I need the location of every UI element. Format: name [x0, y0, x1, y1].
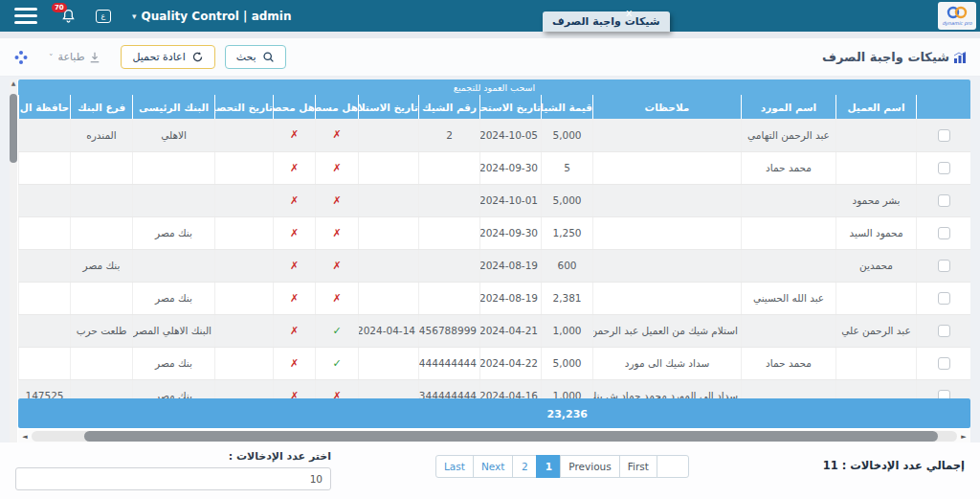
- page-button-Last[interactable]: Last: [435, 455, 474, 478]
- table-row: عبد الرحمن التهامي5,0002024-10-052✗✗الاه…: [19, 119, 971, 151]
- cell: [19, 249, 71, 282]
- group-by-drop-zone[interactable]: اسحب العمود للتجميع: [18, 79, 970, 95]
- cell: [133, 184, 215, 216]
- column-header[interactable]: قيمة الشيك: [542, 95, 593, 119]
- page-button-blank[interactable]: [657, 455, 689, 478]
- cell: [836, 282, 917, 314]
- cell: محمود السيد: [836, 216, 917, 249]
- page-button-First[interactable]: First: [619, 455, 657, 478]
- page-button-2[interactable]: 2: [512, 455, 537, 478]
- language-icon[interactable]: ع: [96, 10, 111, 23]
- cell: 5,000: [542, 184, 593, 216]
- search-label: بحث: [236, 51, 256, 63]
- data-grid: ▲ ▼ اسحب العمود للتجميع اسم العميلاسم ال…: [10, 79, 970, 442]
- cell: ✗: [316, 216, 359, 249]
- divider: [0, 32, 980, 38]
- row-checkbox[interactable]: [938, 162, 950, 174]
- tab-close-icon[interactable]: x: [626, 8, 633, 18]
- row-checkbox[interactable]: [938, 390, 950, 398]
- row-checkbox[interactable]: [938, 129, 950, 142]
- column-header[interactable]: فرع البنك: [71, 95, 133, 119]
- column-header[interactable]: اسم المورد: [742, 95, 836, 119]
- table-row: محمدين6002024-08-19✗✗بنك مصر: [19, 249, 971, 282]
- horizontal-scrollbar[interactable]: ◄ ►: [18, 430, 970, 442]
- scroll-right-arrow[interactable]: ►: [957, 433, 970, 441]
- cell: ✗: [274, 314, 316, 347]
- row-checkbox[interactable]: [938, 260, 950, 272]
- x-icon: ✗: [290, 292, 299, 305]
- cell: محمد حماد: [742, 151, 836, 184]
- cell: [419, 249, 480, 282]
- x-icon: ✗: [332, 194, 341, 207]
- page-button-Previous[interactable]: Previous: [560, 455, 619, 478]
- cell: [742, 184, 836, 216]
- vertical-scrollbar-thumb[interactable]: [10, 94, 17, 163]
- cell: [359, 119, 419, 151]
- column-header[interactable]: هل محصل: [274, 95, 316, 119]
- scroll-left-arrow[interactable]: ◄: [18, 433, 32, 441]
- checkbox-cell: [917, 151, 971, 184]
- row-checkbox[interactable]: [938, 292, 950, 305]
- print-label: طباعة: [58, 51, 85, 63]
- row-checkbox[interactable]: [938, 194, 950, 207]
- page-button-1[interactable]: 1: [536, 455, 561, 478]
- search-button[interactable]: بحث: [225, 45, 286, 69]
- table-row: محمد حماد52024-09-30✗✗: [19, 151, 971, 184]
- row-checkbox[interactable]: [938, 357, 950, 370]
- print-button[interactable]: طباعة ˅: [38, 46, 111, 68]
- total-check-value: 23,236: [547, 407, 588, 420]
- column-header[interactable]: رقم الشيك: [419, 95, 480, 119]
- page-button-Next[interactable]: Next: [473, 455, 513, 478]
- cell: [19, 119, 71, 151]
- cell: 1,000: [542, 379, 593, 398]
- checkbox-cell: [917, 282, 971, 314]
- column-header[interactable]: هل مسطر: [316, 95, 359, 119]
- column-header[interactable]: تاريخ التحصيل: [215, 95, 274, 119]
- cell: 12444444444: [419, 347, 480, 379]
- tab-checks-due[interactable]: شيكات واجبة الصرف: [543, 11, 670, 32]
- column-header[interactable]: ملاحظات: [593, 95, 742, 119]
- page-toolbar: طباعة ˅ اعادة تحميل بحث شيكات واجبة الصر…: [0, 38, 980, 77]
- column-header[interactable]: اسم العميل: [836, 95, 917, 119]
- table-row: عبد الله الحسيني2,3812024-08-19✗✗بنك مصر: [19, 282, 971, 314]
- column-header[interactable]: تاريخ الاستلام: [359, 95, 419, 119]
- cell: ✗: [274, 151, 316, 184]
- brand-logo: dynamic pro: [938, 2, 976, 30]
- notifications-button[interactable]: 70: [60, 8, 77, 25]
- refresh-icon: [191, 51, 204, 63]
- horizontal-scrollbar-track[interactable]: [32, 431, 957, 442]
- infinity-logo-icon: [943, 6, 971, 21]
- scroll-up-arrow[interactable]: ▲: [11, 79, 16, 86]
- total-entries-label: إجمالي عدد الإدخالات : 11: [823, 459, 965, 472]
- user-menu-label: Quality Control | admin: [142, 10, 292, 23]
- checkbox-cell: [917, 347, 971, 379]
- column-header[interactable]: حافظة ال: [19, 95, 71, 119]
- cell: ✗: [274, 249, 316, 282]
- cell: [359, 347, 419, 379]
- reload-button[interactable]: اعادة تحميل: [121, 45, 214, 69]
- tab-label: شيكات واجبة الصرف: [552, 15, 660, 28]
- cell: بنك مصر: [133, 216, 215, 249]
- cell: 1344444444: [419, 379, 480, 398]
- cell: 600: [542, 249, 593, 282]
- move-dots-icon[interactable]: [13, 50, 29, 65]
- column-header[interactable]: تاريخ الاستحقاق: [480, 95, 542, 119]
- cell: [593, 184, 742, 216]
- cell: [419, 216, 480, 249]
- row-checkbox[interactable]: [938, 325, 950, 337]
- cell: بنك مصر: [71, 249, 133, 282]
- table-header-row: اسم العميلاسم الموردملاحظاتقيمة الشيكتار…: [19, 95, 971, 119]
- horizontal-scrollbar-thumb[interactable]: [84, 431, 938, 442]
- cell: [593, 119, 742, 151]
- column-header-checkbox[interactable]: [917, 95, 971, 119]
- hamburger-menu-icon[interactable]: [14, 4, 37, 28]
- row-checkbox[interactable]: [938, 227, 950, 239]
- cell: ✗: [316, 119, 359, 151]
- cell: [836, 379, 917, 398]
- entries-count-input[interactable]: [15, 467, 331, 490]
- search-icon: [262, 51, 275, 63]
- user-menu[interactable]: ▾ Quality Control | admin: [132, 10, 292, 23]
- column-header[interactable]: البنك الرئيسى: [133, 95, 215, 119]
- vertical-scrollbar[interactable]: ▲ ▼: [10, 79, 17, 499]
- cell: [419, 151, 480, 184]
